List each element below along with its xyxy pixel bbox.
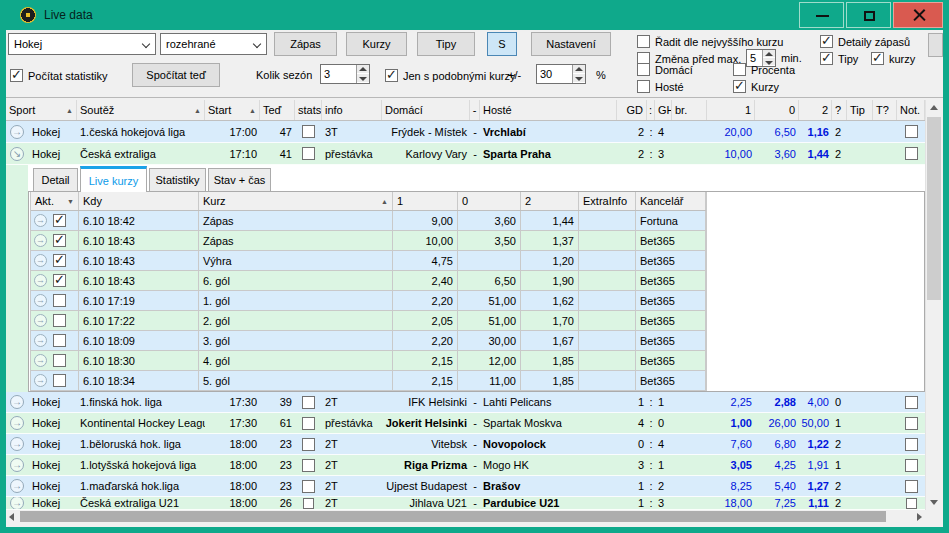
col-header-ted[interactable]: Teď	[260, 100, 295, 120]
clipped-button[interactable]	[928, 33, 943, 57]
expand-row-icon[interactable]: →	[10, 125, 24, 139]
col-header-info[interactable]: info	[322, 100, 382, 120]
tab-stav-cas[interactable]: Stav + čas	[208, 168, 271, 192]
pocitat-checkbox[interactable]: Počítat statistiky	[10, 68, 107, 83]
col-header-kancelar[interactable]: Kancelář	[636, 192, 706, 210]
table-row[interactable]: →Hokej Kontinental Hockey League 17:30 6…	[6, 413, 925, 434]
col-header-sport[interactable]: Sport▲	[6, 100, 77, 120]
row-arrow-icon[interactable]: →	[34, 234, 47, 247]
tab-detail[interactable]: Detail	[33, 168, 78, 192]
checkbox-box[interactable]	[733, 80, 746, 93]
zapas-button[interactable]: Zápas	[274, 32, 337, 56]
odds-row[interactable]: → 6.10 18:42 Zápas 9,00 3,60 1,44 Fortun…	[31, 211, 706, 231]
active-checkbox[interactable]	[53, 314, 66, 327]
col-header-2[interactable]: 2	[799, 100, 832, 120]
checkbox-box[interactable]	[871, 52, 884, 65]
scroll-left-icon[interactable]	[6, 510, 19, 523]
active-checkbox[interactable]	[53, 294, 66, 307]
tipy-button[interactable]: Tipy	[417, 32, 475, 56]
expand-row-icon[interactable]: →	[10, 416, 24, 430]
col-header-start[interactable]: Start▲	[205, 100, 260, 120]
horizontal-scrollbar[interactable]	[6, 510, 925, 523]
checkbox-box[interactable]	[385, 69, 398, 82]
stats-checkbox[interactable]	[302, 459, 315, 472]
stats-checkbox[interactable]	[302, 417, 315, 430]
odds-row[interactable]: → 6.10 18:43 6. gól 2,40 6,50 1,90 Bet36…	[31, 271, 706, 291]
col-header-extrainfo[interactable]: ExtraInfo	[579, 192, 636, 210]
active-checkbox[interactable]	[53, 214, 66, 227]
nastaveni-button[interactable]: Nastavení	[531, 32, 611, 56]
hoste-checkbox[interactable]: Hosté	[637, 79, 684, 94]
collapse-row-icon[interactable]: ↘	[10, 147, 24, 161]
state-select[interactable]: rozehrané	[160, 33, 267, 55]
tab-live-kurzy[interactable]: Live kurzy	[80, 166, 147, 192]
odds-row[interactable]: → 6.10 17:22 2. gól 2,05 51,00 1,70 Bet3…	[31, 311, 706, 331]
active-checkbox[interactable]	[53, 254, 66, 267]
spocitat-button[interactable]: Spočítat teď	[132, 63, 220, 87]
spin-down-icon[interactable]	[357, 74, 369, 83]
row-arrow-icon[interactable]: →	[34, 334, 47, 347]
expand-row-icon[interactable]: →	[10, 437, 24, 451]
spin-up-icon[interactable]	[763, 50, 775, 58]
col-header-2[interactable]: 2	[521, 192, 579, 210]
table-row[interactable]: →Hokej 1.česká hokejová liga 17:00 47 3T…	[6, 121, 925, 143]
odds-row[interactable]: → 6.10 18:30 4. gól 2,15 12,00 1,85 Bet3…	[31, 351, 706, 371]
vertical-scrollbar-thumb[interactable]	[927, 117, 941, 300]
col-header-tip[interactable]: Tip	[847, 100, 873, 120]
col-header-soutez[interactable]: Soutěž▲	[77, 100, 205, 120]
active-checkbox[interactable]	[53, 274, 66, 287]
kurzy-button[interactable]: Kurzy	[346, 32, 407, 56]
vertical-scrollbar[interactable]	[925, 100, 941, 510]
col-header-kurz[interactable]: Kurz▲	[199, 192, 393, 210]
kurzy2-checkbox[interactable]: Kurzy	[733, 79, 779, 94]
checkbox-box[interactable]	[637, 35, 650, 48]
kurzy-checkbox[interactable]: kurzy	[871, 51, 915, 66]
row-arrow-icon[interactable]: →	[34, 294, 47, 307]
seasons-spinner[interactable]: 3	[320, 64, 370, 84]
table-row-expanded[interactable]: ↘Hokej Česká extraliga 17:10 41 přestávk…	[6, 143, 925, 165]
checkbox-box[interactable]	[820, 52, 833, 65]
maximize-button[interactable]	[846, 2, 891, 28]
row-arrow-icon[interactable]: →	[34, 314, 47, 327]
col-header-akt[interactable]: Akt.▼	[31, 192, 79, 210]
table-row[interactable]: →Hokej 1.maďarská hok.liga 18:00 23 2T U…	[6, 476, 925, 497]
spin-up-icon[interactable]	[357, 65, 369, 74]
sport-select[interactable]: Hokej	[8, 33, 156, 55]
note-checkbox[interactable]	[905, 438, 918, 451]
row-arrow-icon[interactable]: →	[34, 354, 47, 367]
table-row[interactable]: →Hokej 1.běloruská hok. liga 18:00 23 2T…	[6, 434, 925, 455]
checkbox-box[interactable]	[637, 80, 650, 93]
stats-checkbox[interactable]	[302, 125, 315, 138]
tipy-checkbox[interactable]: Tipy	[820, 51, 858, 66]
col-header-gd[interactable]: GD	[617, 100, 647, 120]
col-header-stats[interactable]: stats	[295, 100, 322, 120]
domaci-checkbox[interactable]: Domácí	[637, 62, 693, 77]
col-header-tq[interactable]: T?	[873, 100, 897, 120]
checkbox-box[interactable]	[10, 69, 23, 82]
odds-row[interactable]: → 6.10 18:09 3. gól 2,20 30,00 1,67 Bet3…	[31, 331, 706, 351]
row-arrow-icon[interactable]: →	[34, 254, 47, 267]
stats-checkbox[interactable]	[302, 480, 315, 493]
col-header-1[interactable]: 1	[707, 100, 755, 120]
col-header-kdy[interactable]: Kdy	[79, 192, 199, 210]
percent-spinner[interactable]: 30	[536, 64, 586, 84]
table-row[interactable]: →Hokej Česká extraliga U21 18:00 26 2T J…	[6, 497, 925, 510]
col-header-br[interactable]: br.	[672, 100, 707, 120]
horizontal-scrollbar-thumb[interactable]	[20, 511, 886, 522]
spin-down-icon[interactable]	[573, 74, 585, 83]
scroll-down-icon[interactable]	[926, 494, 942, 510]
scroll-right-icon[interactable]	[912, 510, 925, 523]
expand-row-icon[interactable]: →	[10, 497, 24, 509]
stats-checkbox[interactable]	[302, 438, 315, 451]
close-button[interactable]	[893, 2, 943, 28]
col-header-0[interactable]: 0	[755, 100, 799, 120]
row-arrow-icon[interactable]: →	[34, 374, 47, 387]
stats-checkbox[interactable]	[302, 147, 315, 160]
minimize-button[interactable]	[799, 2, 844, 28]
s-button[interactable]: S	[487, 32, 517, 56]
odds-row[interactable]: → 6.10 18:43 Výhra 4,75 1,20 Bet365	[31, 251, 706, 271]
checkbox-box[interactable]	[733, 63, 746, 76]
col-header-hoste[interactable]: Hosté	[480, 100, 617, 120]
row-arrow-icon[interactable]: →	[34, 274, 47, 287]
table-row[interactable]: →Hokej 1.lotyšská hokejová liga 18:00 23…	[6, 455, 925, 476]
